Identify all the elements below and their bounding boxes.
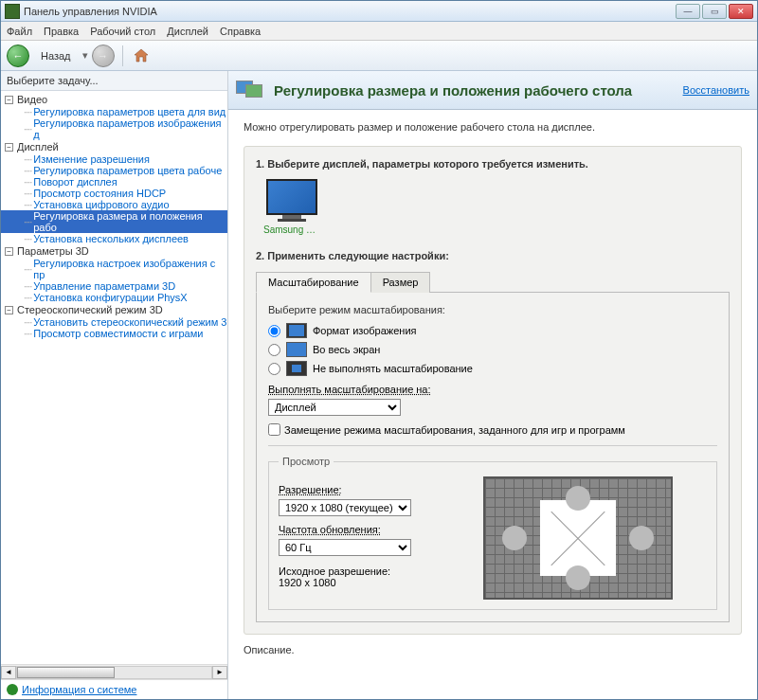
back-label: Назад — [41, 50, 71, 62]
nvidia-icon — [5, 4, 20, 19]
menu-help[interactable]: Справка — [220, 26, 261, 37]
override-label: Замещение режима масштабирования, заданн… — [284, 424, 625, 436]
step2-title: 2. Применить следующие настройки: — [256, 250, 730, 261]
maximize-button[interactable]: ▭ — [702, 4, 727, 19]
divider — [268, 445, 717, 446]
preview-group: Просмотр Разрешение: 1920 x 1080 (текуще… — [268, 456, 717, 610]
tree-item[interactable]: ····Поворот дисплея — [1, 176, 227, 188]
label-aspect: Формат изображения — [313, 325, 417, 336]
radio-fullscreen[interactable] — [268, 344, 280, 356]
refresh-label: Частота обновления: — [279, 524, 430, 535]
tree-category[interactable]: −Параметры 3D — [5, 245, 227, 257]
no-scaling-icon — [286, 361, 307, 376]
tree-item[interactable]: ····Просмотр совместимости с играми — [1, 328, 227, 339]
forward-button[interactable]: → — [92, 45, 115, 67]
label-no-scaling: Не выполнять масштабирование — [313, 363, 473, 374]
radio-no-scaling[interactable] — [268, 363, 280, 375]
sidebar-scrollbar[interactable]: ◄ ► — [1, 664, 227, 679]
menu-desktop[interactable]: Рабочий стол — [90, 26, 155, 37]
perform-on-label: Выполнять масштабирование на: — [268, 384, 717, 395]
tree-item[interactable]: ····Установка нескольких дисплеев — [1, 233, 227, 244]
tree-item[interactable]: ····Регулировка параметров изображения д — [1, 117, 227, 140]
display-selector[interactable]: Samsung SMS... — [263, 179, 320, 235]
resolution-label: Разрешение: — [279, 484, 430, 495]
monitor-label: Samsung SMS... — [263, 224, 320, 235]
tree-category[interactable]: −Стереоскопический режим 3D — [5, 304, 227, 315]
tree-category[interactable]: −Видео — [5, 94, 227, 105]
back-button[interactable]: ← — [7, 45, 29, 67]
sidebar: Выберите задачу... −Видео····Регулировка… — [1, 71, 228, 699]
system-info-link[interactable]: Информация о системе — [1, 679, 227, 699]
perform-on-select[interactable]: Дисплей — [268, 399, 401, 416]
restore-link[interactable]: Восстановить — [683, 84, 749, 96]
toolbar-separator — [122, 45, 123, 66]
tree-item[interactable]: ····Просмотр состояния HDCP — [1, 188, 227, 199]
tree-item[interactable]: ····Регулировка размера и положения рабо — [1, 210, 227, 233]
preview-legend: Просмотр — [279, 456, 334, 467]
step1-title: 1. Выберите дисплей, параметры которого … — [256, 158, 730, 170]
test-pattern — [483, 476, 673, 600]
label-fullscreen: Во весь экран — [313, 344, 380, 355]
tree-item[interactable]: ····Установка цифрового аудио — [1, 199, 227, 210]
native-resolution: Исходное разрешение: 1920 x 1080 — [279, 565, 430, 588]
fullscreen-icon — [286, 342, 307, 357]
close-button[interactable]: ✕ — [729, 4, 753, 19]
home-button[interactable] — [131, 45, 152, 66]
minimize-button[interactable]: — — [676, 4, 700, 19]
override-checkbox[interactable] — [268, 423, 280, 436]
tree-item[interactable]: ····Регулировка параметров цвета для вид — [1, 106, 227, 117]
titlebar[interactable]: Панель управления NVIDIA — ▭ ✕ — [1, 1, 757, 22]
resolution-select[interactable]: 1920 x 1080 (текущее) — [279, 499, 411, 516]
tree-item[interactable]: ····Изменение разрешения — [1, 153, 227, 165]
back-dropdown-icon[interactable]: ▾ — [82, 49, 88, 62]
tree-item[interactable]: ····Установить стереоскопический режим 3 — [1, 316, 227, 328]
content-header: Регулировка размера и положения рабочего… — [228, 71, 757, 110]
menu-display[interactable]: Дисплей — [167, 26, 208, 37]
window-title: Панель управления NVIDIA — [24, 6, 676, 17]
toolbar: ← Назад ▾ → — [1, 41, 757, 71]
header-icon — [236, 77, 266, 103]
menu-file[interactable]: Файл — [7, 26, 32, 37]
tab-content: Выберите режим масштабирования: Формат и… — [256, 293, 730, 622]
menubar: Файл Правка Рабочий стол Дисплей Справка — [1, 22, 757, 41]
app-window: Панель управления NVIDIA — ▭ ✕ Файл Прав… — [0, 0, 758, 700]
tab-scaling[interactable]: Масштабирование — [256, 272, 371, 293]
page-description: Можно отрегулировать размер и положение … — [244, 121, 742, 133]
info-icon — [7, 684, 18, 695]
task-header: Выберите задачу... — [1, 71, 227, 91]
tree-item[interactable]: ····Регулировка настроек изображения с п… — [1, 258, 227, 280]
page-title: Регулировка размера и положения рабочего… — [274, 82, 676, 99]
tabs: Масштабирование Размер — [256, 271, 730, 293]
refresh-select[interactable]: 60 Гц — [279, 539, 411, 556]
tree-item[interactable]: ····Установка конфигурации PhysX — [1, 292, 227, 303]
scroll-left-icon[interactable]: ◄ — [1, 666, 16, 679]
task-tree[interactable]: −Видео····Регулировка параметров цвета д… — [1, 91, 227, 664]
scroll-thumb[interactable] — [17, 667, 115, 678]
settings-panel: 1. Выберите дисплей, параметры которого … — [244, 146, 742, 635]
tree-item[interactable]: ····Регулировка параметров цвета рабоче — [1, 165, 227, 176]
tab-size[interactable]: Размер — [370, 272, 431, 293]
scroll-right-icon[interactable]: ► — [212, 666, 227, 679]
content-pane: Регулировка размера и положения рабочего… — [228, 71, 757, 699]
aspect-icon — [286, 323, 307, 338]
radio-aspect[interactable] — [268, 325, 280, 337]
tree-item[interactable]: ····Управление параметрами 3D — [1, 280, 227, 292]
monitor-icon — [266, 179, 317, 215]
tree-category[interactable]: −Дисплей — [5, 141, 227, 153]
description-footer: Описание. — [244, 644, 742, 655]
menu-edit[interactable]: Правка — [44, 26, 79, 37]
scaling-heading: Выберите режим масштабирования: — [268, 304, 717, 315]
